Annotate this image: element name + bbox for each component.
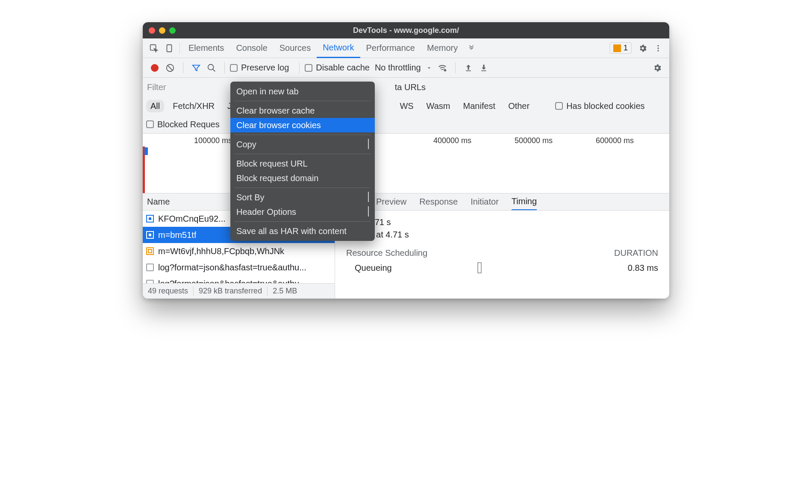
disable-cache-label: Disable cache [316,63,370,73]
devtools-tabsbar: ElementsConsoleSourcesNetworkPerformance… [143,38,669,58]
timeline-overview[interactable]: 100000 ms400000 ms500000 ms600000 ms [143,134,669,193]
request-row[interactable]: log?format=json&hasfast=true&authu... [143,275,335,283]
filter-type-wasm[interactable]: Wasm [422,100,455,112]
context-menu-separator [235,188,371,188]
filter-input[interactable]: Filter [147,82,166,92]
detail-tabs: adersPreviewResponseInitiatorTiming [335,193,669,211]
detail-tab-timing[interactable]: Timing [512,193,537,211]
dropdown-triangle-icon [424,64,435,71]
blocked-requests-checkbox[interactable]: Blocked Reques [146,120,220,129]
context-menu-item[interactable]: Block request URL [230,156,375,171]
context-menu-item-label: Save all as HAR with content [236,226,347,236]
svg-point-7 [444,69,446,71]
issues-badge[interactable]: 1 [609,42,632,54]
network-split-view: Name KFOmCnqEu92...m=bm51tfm=Wt6vjf,hhhU… [143,193,669,299]
context-menu-item-label: Block request domain [236,173,318,183]
context-menu: Open in new tabClear browser cacheClear … [230,82,375,241]
requests-count: 49 requests [143,287,193,296]
context-menu-separator [235,101,371,101]
network-settings-gear-icon[interactable] [650,60,665,76]
has-blocked-cookies-label: Has blocked cookies [566,101,644,111]
svg-point-6 [208,64,214,70]
context-menu-item[interactable]: Copy [230,137,375,152]
checkbox-icon [305,64,312,72]
inspect-element-icon[interactable] [146,41,162,56]
detail-tab-response[interactable]: Response [419,197,458,207]
close-window-button[interactable] [149,27,155,34]
queueing-duration: 0.83 ms [628,263,658,273]
context-menu-item-label: Clear browser cache [236,106,315,116]
queued-at-text: ed at 4.71 s [346,217,658,227]
tab-memory[interactable]: Memory [421,38,464,58]
request-name: m=Wt6vjf,hhhU8,FCpbqb,WhJNk [158,246,284,256]
filter-funnel-icon[interactable] [188,60,204,76]
minimize-window-button[interactable] [159,27,165,34]
started-at-text: Started at 4.71 s [346,230,658,240]
settings-gear-icon[interactable] [635,41,650,56]
resources-size: 2.5 MB [268,287,302,296]
tab-elements[interactable]: Elements [182,38,230,58]
filter-type-manifest[interactable]: Manifest [459,100,500,112]
clear-icon[interactable] [162,60,178,76]
more-tabs-chevron-icon[interactable] [464,41,479,56]
download-har-icon[interactable] [476,60,491,76]
svg-point-2 [657,45,659,46]
disable-cache-checkbox[interactable]: Disable cache [305,63,370,73]
tab-network[interactable]: Network [317,38,360,58]
data-urls-label-partial: ta URLs [395,82,426,92]
context-menu-item-label: Open in new tab [236,87,299,97]
network-conditions-icon[interactable] [435,60,450,76]
context-menu-item[interactable]: Sort By [230,190,375,205]
traffic-lights [143,27,176,34]
titlebar: DevTools - www.google.com/ [143,22,669,38]
context-menu-item-label: Block request URL [236,159,308,169]
maximize-window-button[interactable] [169,27,176,34]
timeline-tick: 600000 ms [596,136,634,145]
context-menu-separator [235,135,371,135]
device-toggle-icon[interactable] [162,41,177,56]
filter-type-ws[interactable]: WS [395,100,418,112]
context-menu-item[interactable]: Block request domain [230,171,375,185]
context-menu-item[interactable]: Header Options [230,205,375,219]
tab-sources[interactable]: Sources [274,38,317,58]
svg-rect-9 [481,70,486,71]
queueing-bar [477,262,482,273]
context-menu-item[interactable]: Open in new tab [230,84,375,99]
timeline-marker [144,147,148,155]
tab-performance[interactable]: Performance [360,38,421,58]
detail-tab-preview[interactable]: Preview [376,197,406,207]
queueing-label: Queueing [346,263,392,273]
filter-type-fetchxhr[interactable]: Fetch/XHR [168,100,219,112]
submenu-chevron-icon [368,140,369,149]
context-menu-separator [235,154,371,154]
tab-console[interactable]: Console [230,38,273,58]
context-menu-item[interactable]: Clear browser cookies [230,118,375,132]
search-icon[interactable] [204,60,219,76]
throttling-value: No throttling [375,63,421,73]
request-row[interactable]: log?format=json&hasfast=true&authu... [143,259,335,275]
preserve-log-checkbox[interactable]: Preserve log [230,63,289,73]
upload-har-icon[interactable] [461,60,476,76]
request-row[interactable]: m=Wt6vjf,hhhU8,FCpbqb,WhJNk [143,243,335,259]
context-menu-item[interactable]: Clear browser cache [230,103,375,118]
context-menu-item[interactable]: Save all as HAR with content [230,224,375,238]
network-toolbar: Preserve log Disable cache No throttling [143,58,669,78]
has-blocked-cookies-checkbox[interactable]: Has blocked cookies [555,101,644,111]
record-button[interactable] [151,64,159,72]
timeline-tick: 500000 ms [515,136,553,145]
timing-panel: ed at 4.71 s Started at 4.71 s Resource … [335,211,669,299]
request-name: log?format=json&hasfast=true&authu... [158,263,306,273]
context-menu-item-label: Clear browser cookies [236,120,321,130]
kebab-menu-icon[interactable] [650,41,666,56]
filter-type-all[interactable]: All [146,100,164,112]
filter-type-other[interactable]: Other [504,100,534,112]
throttling-select[interactable]: No throttling [375,63,435,73]
warning-icon [613,44,621,52]
detail-tab-initiator[interactable]: Initiator [471,197,499,207]
issues-count: 1 [624,44,628,53]
window-title: DevTools - www.google.com/ [143,26,669,35]
context-menu-item-label: Header Options [236,207,296,217]
checkbox-icon [230,64,238,72]
filter-bar: Filter ta URLs AllFetch/XHRJSWSWasmManif… [143,78,669,134]
request-name: KFOmCnqEu92... [158,214,226,224]
